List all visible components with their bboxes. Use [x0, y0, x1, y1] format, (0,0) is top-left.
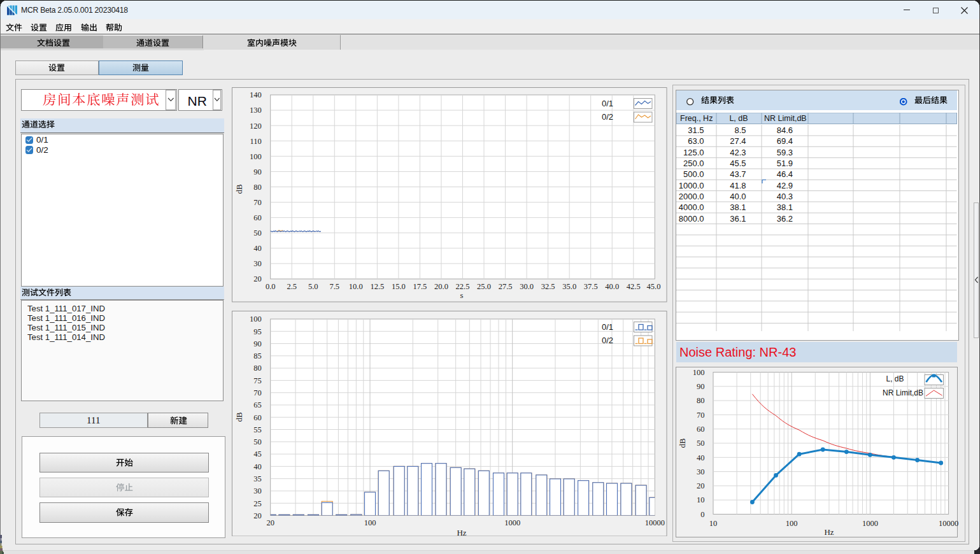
svg-text:60: 60 — [253, 413, 262, 422]
svg-text:32.5: 32.5 — [541, 282, 555, 291]
svg-text:85: 85 — [253, 352, 262, 360]
svg-text:2000.0: 2000.0 — [679, 191, 704, 201]
svg-text:130: 130 — [250, 106, 262, 115]
svg-text:46.4: 46.4 — [777, 169, 793, 179]
svg-text:55: 55 — [253, 425, 262, 434]
svg-text:12.5: 12.5 — [370, 282, 384, 291]
svg-text:500.0: 500.0 — [683, 169, 704, 179]
svg-text:80: 80 — [697, 396, 705, 405]
svg-text:8000.0: 8000.0 — [679, 213, 704, 223]
svg-text:75: 75 — [253, 376, 262, 385]
svg-text:27.5: 27.5 — [499, 282, 513, 291]
svg-text:27.4: 27.4 — [730, 136, 746, 146]
svg-text:10: 10 — [697, 495, 705, 504]
svg-text:30: 30 — [253, 259, 262, 268]
svg-text:30.0: 30.0 — [520, 282, 534, 291]
svg-text:70: 70 — [253, 388, 262, 397]
svg-text:38.1: 38.1 — [777, 202, 793, 212]
svg-text:40: 40 — [253, 244, 262, 253]
svg-text:60: 60 — [697, 425, 705, 434]
svg-text:37.5: 37.5 — [584, 282, 598, 291]
svg-text:1000.0: 1000.0 — [679, 180, 704, 190]
svg-text:59.3: 59.3 — [777, 147, 793, 157]
svg-text:100: 100 — [364, 518, 376, 527]
svg-text:70: 70 — [697, 411, 705, 420]
svg-text:90: 90 — [253, 167, 262, 176]
svg-text:Freq., Hz: Freq., Hz — [680, 114, 713, 123]
svg-text:L, dB: L, dB — [729, 114, 748, 123]
svg-text:100: 100 — [693, 368, 705, 377]
svg-text:100: 100 — [250, 152, 262, 161]
svg-text:8.5: 8.5 — [734, 125, 746, 134]
svg-text:4000.0: 4000.0 — [679, 202, 704, 212]
svg-text:40: 40 — [253, 462, 262, 471]
svg-text:80: 80 — [253, 364, 262, 373]
svg-text:0/2: 0/2 — [602, 112, 613, 122]
svg-text:120: 120 — [250, 122, 262, 131]
svg-text:17.5: 17.5 — [413, 282, 427, 291]
svg-text:1000: 1000 — [862, 519, 878, 528]
svg-text:125.0: 125.0 — [683, 147, 704, 157]
svg-text:NR Limit,dB: NR Limit,dB — [883, 388, 923, 397]
svg-text:45: 45 — [253, 450, 262, 458]
svg-text:35: 35 — [253, 474, 262, 483]
svg-text:20.0: 20.0 — [434, 282, 448, 291]
svg-text:140: 140 — [250, 90, 262, 99]
svg-text:42.3: 42.3 — [730, 147, 746, 157]
svg-text:50: 50 — [253, 437, 262, 446]
svg-text:NR Limit,dB: NR Limit,dB — [764, 114, 807, 123]
svg-text:20: 20 — [697, 481, 705, 490]
svg-text:0: 0 — [700, 510, 704, 519]
svg-text:Hz: Hz — [824, 527, 834, 537]
svg-text:20: 20 — [253, 274, 262, 283]
svg-text:40.3: 40.3 — [777, 191, 793, 201]
svg-text:69.4: 69.4 — [777, 136, 793, 146]
svg-text:Hz: Hz — [457, 528, 466, 537]
svg-text:dB: dB — [234, 412, 244, 422]
svg-text:65: 65 — [253, 401, 262, 409]
svg-text:25.0: 25.0 — [477, 282, 491, 291]
svg-text:0/2: 0/2 — [602, 336, 613, 345]
svg-text:90: 90 — [253, 339, 262, 348]
svg-text:60: 60 — [253, 213, 262, 222]
svg-text:40: 40 — [697, 453, 705, 462]
svg-text:41.8: 41.8 — [730, 180, 746, 190]
svg-text:0/1: 0/1 — [602, 99, 613, 108]
svg-text:42.9: 42.9 — [777, 180, 793, 190]
svg-text:50: 50 — [253, 229, 262, 238]
svg-text:dB: dB — [678, 438, 687, 448]
svg-text:45.5: 45.5 — [730, 158, 746, 167]
svg-text:10.0: 10.0 — [349, 282, 363, 291]
svg-text:36.1: 36.1 — [730, 213, 746, 223]
svg-text:70: 70 — [253, 198, 262, 207]
svg-text:40.0: 40.0 — [605, 282, 619, 291]
svg-text:5.0: 5.0 — [308, 282, 318, 291]
svg-text:0/1: 0/1 — [602, 322, 613, 331]
svg-text:2.5: 2.5 — [287, 282, 297, 291]
svg-text:31.5: 31.5 — [688, 125, 704, 134]
svg-text:30: 30 — [697, 467, 705, 476]
svg-text:100: 100 — [786, 519, 798, 528]
svg-text:10: 10 — [709, 519, 718, 528]
svg-text:50: 50 — [697, 439, 705, 448]
svg-text:95: 95 — [253, 327, 262, 336]
svg-text:110: 110 — [250, 137, 261, 146]
svg-text:0.0: 0.0 — [266, 282, 276, 291]
svg-text:84.6: 84.6 — [777, 125, 793, 134]
svg-text:30: 30 — [253, 487, 262, 495]
svg-text:1000: 1000 — [504, 518, 520, 527]
svg-text:63.0: 63.0 — [688, 136, 704, 146]
svg-text:45.0: 45.0 — [647, 282, 661, 291]
svg-text:40.0: 40.0 — [730, 191, 746, 201]
svg-text:36.2: 36.2 — [777, 213, 793, 223]
svg-text:L, dB: L, dB — [886, 374, 904, 383]
svg-text:20: 20 — [266, 518, 274, 527]
svg-text:7.5: 7.5 — [329, 282, 339, 291]
svg-text:10000: 10000 — [645, 518, 665, 527]
svg-text:90: 90 — [697, 382, 705, 391]
svg-text:20: 20 — [253, 511, 262, 520]
svg-text:10000: 10000 — [939, 519, 958, 528]
svg-text:80: 80 — [253, 183, 262, 192]
svg-text:dB: dB — [234, 184, 244, 194]
svg-text:25: 25 — [253, 499, 262, 508]
